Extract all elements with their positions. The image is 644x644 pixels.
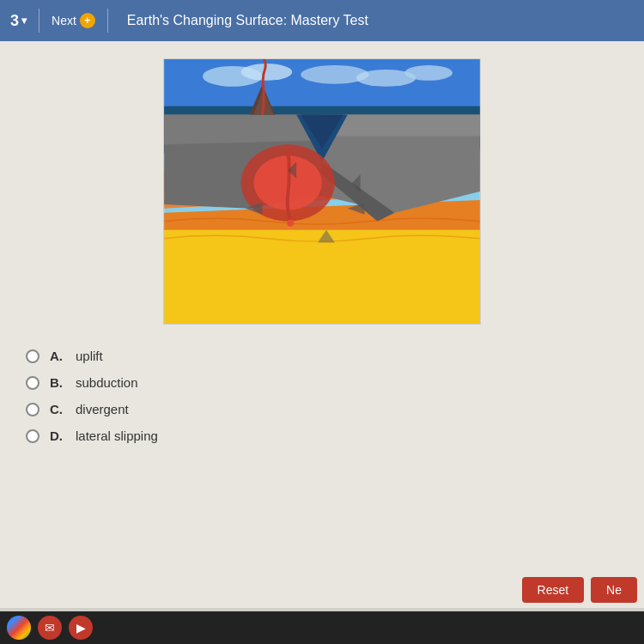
- option-d[interactable]: D. lateral slipping: [26, 428, 369, 443]
- text-c: divergent: [76, 402, 129, 416]
- letter-a: A.: [50, 349, 65, 363]
- next-bottom-button[interactable]: Ne: [591, 577, 637, 603]
- subduction-diagram: [164, 59, 480, 324]
- chevron-down-icon[interactable]: ▾: [21, 15, 27, 27]
- radio-a[interactable]: [26, 349, 39, 363]
- text-b: subduction: [76, 375, 138, 390]
- letter-c: C.: [50, 402, 65, 416]
- chrome-icon[interactable]: [7, 616, 31, 640]
- diagram-container: [163, 58, 481, 325]
- letter-b: B.: [50, 375, 65, 390]
- question-num-value: 3: [10, 12, 19, 30]
- option-b[interactable]: B. subduction: [26, 375, 369, 390]
- radio-b[interactable]: [26, 376, 39, 390]
- youtube-icon[interactable]: ▶: [69, 616, 93, 640]
- radio-d[interactable]: [26, 429, 39, 443]
- divider2: [107, 9, 108, 33]
- radio-c[interactable]: [26, 403, 39, 416]
- divider: [39, 9, 39, 33]
- svg-marker-14: [164, 115, 322, 145]
- top-bar: 3 ▾ Next + Earth's Changing Surface: Mas…: [0, 0, 644, 41]
- svg-point-6: [404, 65, 453, 81]
- next-button[interactable]: Next +: [52, 13, 95, 28]
- reset-button[interactable]: Reset: [522, 577, 585, 603]
- next-label: Next: [52, 14, 76, 27]
- option-c[interactable]: C. divergent: [26, 402, 369, 416]
- text-a: uplift: [76, 349, 103, 363]
- taskbar: ✉ ▶: [0, 611, 644, 644]
- page-title: Earth's Changing Surface: Mastery Test: [127, 13, 368, 28]
- question-number: 3 ▾: [10, 12, 27, 30]
- main-content: A. uplift B. subduction C. divergent D. …: [0, 41, 644, 608]
- option-a[interactable]: A. uplift: [26, 349, 369, 363]
- mail-icon[interactable]: ✉: [38, 616, 62, 640]
- next-icon: +: [80, 13, 95, 28]
- svg-rect-9: [164, 230, 480, 324]
- text-d: lateral slipping: [76, 428, 158, 443]
- letter-d: D.: [50, 428, 65, 443]
- bottom-bar: Reset Ne: [522, 577, 644, 603]
- answer-options: A. uplift B. subduction C. divergent D. …: [26, 349, 369, 443]
